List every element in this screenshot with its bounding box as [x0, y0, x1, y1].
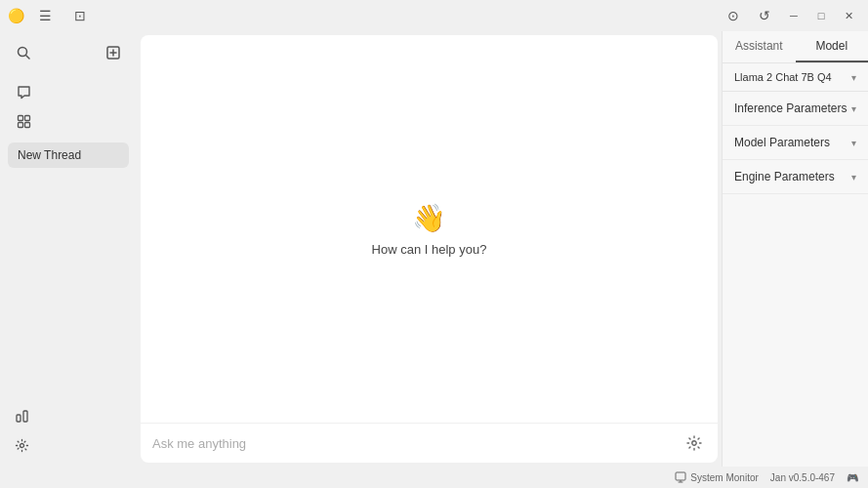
- status-bar: System Monitor Jan v0.5.0-467 🎮: [0, 467, 868, 488]
- chat-settings-icon[interactable]: [682, 431, 706, 455]
- search-button[interactable]: [10, 39, 37, 66]
- engine-parameters-section[interactable]: Engine Parameters ▾: [723, 160, 868, 194]
- chat-area: 👋 How can I help you?: [141, 35, 718, 463]
- system-monitor-item[interactable]: System Monitor: [675, 471, 758, 483]
- thread-item[interactable]: New Thread: [8, 142, 129, 168]
- model-chevron-icon: ▾: [851, 72, 856, 83]
- chat-messages: 👋 How can I help you?: [141, 35, 718, 423]
- sidebar-bottom: [0, 398, 137, 463]
- minimize-button[interactable]: ─: [782, 6, 806, 25]
- welcome-icon: 👋: [412, 202, 446, 234]
- help-icon[interactable]: ⊙: [720, 2, 747, 29]
- gamepad-item[interactable]: 🎮: [847, 472, 858, 483]
- title-bar-left: 🟡 ☰ ⊡: [8, 2, 94, 29]
- svg-rect-7: [18, 122, 22, 127]
- svg-rect-5: [18, 115, 22, 120]
- plugin-button[interactable]: [8, 402, 35, 429]
- panel-tabs: Assistant Model: [723, 31, 868, 63]
- title-bar: 🟡 ☰ ⊡ ⊙ ↺ ─ □ ✕: [0, 0, 868, 31]
- app-body: New Thread 👋 How can I help you?: [0, 31, 868, 467]
- svg-point-11: [20, 443, 23, 447]
- model-name: Llama 2 Chat 7B Q4: [734, 71, 832, 83]
- inference-parameters-section[interactable]: Inference Parameters ▾: [723, 92, 868, 126]
- engine-chevron-icon: ▾: [851, 172, 856, 183]
- gamepad-icon: 🎮: [847, 472, 858, 483]
- refresh-icon[interactable]: ↺: [751, 2, 778, 29]
- model-parameters-label: Model Parameters: [734, 136, 830, 149]
- layers-icon[interactable]: ⊡: [66, 2, 94, 29]
- version-item: Jan v0.5.0-467: [770, 472, 835, 483]
- title-bar-right: ⊙ ↺ ─ □ ✕: [720, 2, 860, 29]
- thread-list: New Thread: [0, 139, 137, 398]
- model-parameters-section[interactable]: Model Parameters ▾: [723, 126, 868, 160]
- settings-button[interactable]: [8, 431, 35, 459]
- sidebar: New Thread: [0, 31, 137, 467]
- sidebar-top: [0, 35, 137, 74]
- engine-parameters-label: Engine Parameters: [734, 170, 835, 183]
- inference-chevron-icon: ▾: [851, 103, 856, 114]
- chat-input-area: [141, 423, 718, 463]
- svg-rect-13: [676, 472, 685, 480]
- sidebar-nav: [0, 74, 137, 139]
- maximize-button[interactable]: □: [809, 6, 833, 25]
- tab-assistant[interactable]: Assistant: [723, 31, 796, 62]
- right-panel: Assistant Model Llama 2 Chat 7B Q4 ▾ Inf…: [722, 31, 868, 467]
- system-monitor-label: System Monitor: [690, 472, 758, 483]
- svg-rect-9: [17, 415, 21, 422]
- grid-nav-icon[interactable]: [8, 107, 39, 135]
- welcome-text: How can I help you?: [372, 242, 487, 257]
- compose-button[interactable]: [100, 39, 127, 66]
- svg-rect-8: [24, 122, 29, 127]
- app-icon: 🟡: [8, 8, 23, 23]
- inference-parameters-label: Inference Parameters: [734, 102, 847, 115]
- svg-rect-6: [24, 115, 29, 120]
- menu-icon[interactable]: ☰: [31, 2, 59, 29]
- version-label: Jan v0.5.0-467: [770, 472, 835, 483]
- svg-line-1: [26, 56, 30, 60]
- model-selector[interactable]: Llama 2 Chat 7B Q4 ▾: [723, 63, 868, 92]
- tab-model[interactable]: Model: [796, 31, 869, 62]
- svg-rect-10: [23, 411, 27, 422]
- svg-point-12: [692, 441, 696, 445]
- model-chevron2-icon: ▾: [851, 138, 856, 148]
- chat-input[interactable]: [152, 436, 675, 451]
- chat-nav-icon[interactable]: [8, 78, 39, 105]
- close-button[interactable]: ✕: [837, 6, 860, 25]
